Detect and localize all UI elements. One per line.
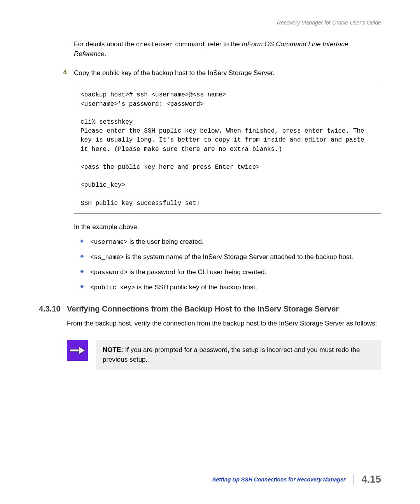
- inline-code: createuser: [136, 41, 173, 48]
- list-item: <password> is the password for the CLI u…: [85, 268, 381, 277]
- document-page: Recovery Manager for Oracle User's Guide…: [0, 0, 420, 504]
- step-number: 4: [39, 68, 74, 78]
- example-intro: In the example above:: [74, 223, 381, 231]
- code-block: <backup_host># ssh <username>@<ss_name> …: [74, 85, 381, 214]
- text: is the system name of the InServ Storage…: [124, 253, 353, 261]
- running-header: Recovery Manager for Oracle User's Guide: [39, 19, 381, 26]
- text: is the password for the CLI user being c…: [128, 268, 266, 276]
- note-text: If you are prompted for a password, the …: [103, 346, 360, 363]
- list-item: <ss_name> is the system name of the InSe…: [85, 252, 381, 262]
- footer-section-label: Setting Up SSH Connections for Recovery …: [212, 476, 345, 483]
- svg-marker-1: [79, 346, 85, 354]
- inline-code: <ss_name>: [90, 254, 124, 261]
- section-heading: 4.3.10 Verifying Connections from the Ba…: [39, 304, 381, 313]
- footer-page-number: 4.15: [361, 473, 381, 485]
- step-4: 4 Copy the public key of the backup host…: [39, 68, 381, 78]
- section-paragraph: From the backup host, verify the connect…: [67, 319, 381, 329]
- note-label: NOTE:: [103, 346, 123, 354]
- text: is the user being created.: [128, 238, 204, 245]
- list-item: <public_key> is the SSH public key of th…: [85, 283, 381, 292]
- footer-divider: [353, 474, 354, 485]
- text: .: [104, 50, 106, 58]
- bullet-list: <username> is the user being created. <s…: [74, 237, 381, 293]
- section-number: 4.3.10: [39, 304, 67, 313]
- text: is the SSH public key of the backup host…: [135, 284, 257, 291]
- continuation-paragraph: For details about the createuser command…: [74, 40, 381, 59]
- note-callout: NOTE: If you are prompted for a password…: [67, 340, 381, 370]
- section-title: Verifying Connections from the Backup Ho…: [67, 304, 381, 313]
- inline-code: <username>: [90, 239, 128, 246]
- list-item: <username> is the user being created.: [85, 237, 381, 247]
- inline-code: <public_key>: [90, 284, 135, 291]
- page-footer: Setting Up SSH Connections for Recovery …: [212, 473, 381, 485]
- inline-code: <password>: [90, 269, 128, 276]
- text: command, refer to the: [173, 40, 242, 48]
- svg-rect-0: [70, 349, 79, 352]
- text: For details about the: [74, 40, 136, 48]
- step-text: Copy the public key of the backup host t…: [74, 68, 381, 78]
- note-arrow-icon: [67, 340, 88, 361]
- note-text-box: NOTE: If you are prompted for a password…: [96, 340, 381, 370]
